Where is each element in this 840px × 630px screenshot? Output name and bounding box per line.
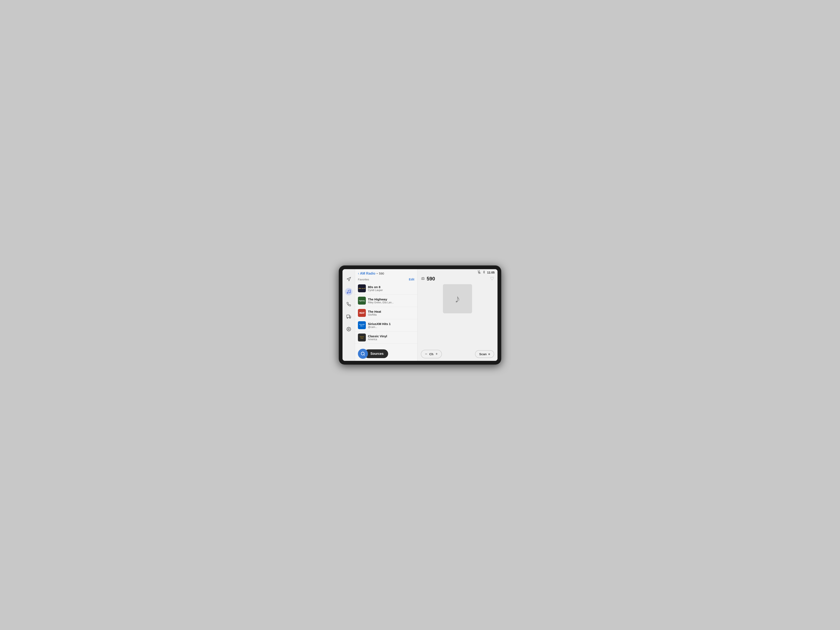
- breadcrumb-separator: •: [377, 272, 378, 275]
- station-logo-highway: highway: [358, 297, 366, 305]
- sidebar-music-icon[interactable]: [345, 288, 352, 295]
- station-artist-heat: GloRilla: [368, 313, 414, 316]
- svg-point-8: [361, 352, 365, 355]
- station-item-classic[interactable]: ClassicVinyl Classic Vinyl America: [355, 332, 417, 344]
- sidebar-navigate-icon[interactable]: [345, 275, 352, 283]
- favorites-label: Favorites: [358, 278, 369, 281]
- sidebar-car-icon[interactable]: [345, 313, 352, 321]
- scan-label: Scan: [479, 352, 487, 356]
- svg-line-9: [364, 355, 365, 355]
- station-name-heat: The Heat: [368, 310, 414, 313]
- station-name-classic: Classic Vinyl: [368, 335, 414, 338]
- station-logo-80s: 80s on 8: [358, 284, 366, 292]
- breadcrumb: ‹ AM Radio • 590: [355, 269, 417, 277]
- freq-number: 590: [427, 276, 435, 282]
- svg-marker-3: [347, 277, 351, 281]
- radio-icon: [421, 277, 425, 281]
- breadcrumb-freq: 590: [379, 272, 384, 275]
- station-name-sirius: SiriusXM Hits 1: [368, 322, 414, 325]
- breadcrumb-title[interactable]: AM Radio: [360, 272, 376, 275]
- station-artist-sirius: @cam...: [368, 325, 414, 328]
- favorites-header: Favorites Edit: [355, 277, 417, 282]
- station-info-classic: Classic Vinyl America: [368, 335, 414, 341]
- station-info-heat: The Heat GloRilla: [368, 310, 414, 316]
- station-name-highway: The Highway: [368, 297, 414, 301]
- bluetooth-icon: [483, 270, 485, 275]
- edit-button[interactable]: Edit: [409, 278, 414, 281]
- station-artist-80s: Cyndi Lauper: [368, 289, 414, 292]
- now-playing-header: 590 ♡: [421, 276, 494, 282]
- station-info-highway: The Highway Riley Green, Ella Lan...: [368, 297, 414, 304]
- station-info-80s: 80s on 8 Cyndi Lauper: [368, 285, 414, 292]
- channel-control[interactable]: − Ch +: [421, 350, 442, 358]
- channel-minus-button[interactable]: −: [424, 352, 428, 356]
- station-logo-classic: ClassicVinyl: [358, 333, 366, 341]
- svg-rect-10: [422, 278, 424, 279]
- status-time: 11:05: [487, 271, 494, 274]
- back-button[interactable]: ‹: [358, 271, 359, 276]
- station-item-80s-on-8[interactable]: 80s on 8 80s on 8 Cyndi Lauper: [355, 282, 417, 295]
- station-info-sirius: SiriusXM Hits 1 @cam...: [368, 322, 414, 328]
- mute-icon: [477, 270, 481, 275]
- bottom-bar: Sources: [358, 349, 388, 359]
- search-button[interactable]: [358, 349, 368, 359]
- scan-dot-icon: [488, 353, 490, 355]
- scan-button[interactable]: Scan: [475, 350, 494, 358]
- station-logo-heat: HEAT: [358, 309, 366, 317]
- ch-label: Ch: [429, 352, 434, 356]
- station-item-highway[interactable]: highway The Highway Riley Green, Ella La…: [355, 295, 417, 307]
- music-note-icon: ♪: [455, 292, 460, 305]
- main-area: ‹ AM Radio • 590 Favorites Edit 80s on 8: [343, 269, 497, 361]
- sidebar-phone-icon[interactable]: [345, 300, 352, 308]
- station-logo-sirius: SiriusXMHits 1: [358, 321, 366, 329]
- svg-point-6: [349, 317, 351, 319]
- station-artist-classic: America: [368, 338, 414, 341]
- station-item-sirius[interactable]: SiriusXMHits 1 SiriusXM Hits 1 @cam...: [355, 319, 417, 332]
- svg-point-5: [347, 317, 348, 319]
- svg-rect-4: [346, 315, 349, 317]
- station-name-80s: 80s on 8: [368, 285, 414, 289]
- svg-point-7: [348, 328, 349, 330]
- svg-point-11: [423, 278, 423, 279]
- now-playing-panel: 590 ♡ ♪ − Ch + Scan: [417, 269, 497, 361]
- screen: 11:05: [343, 269, 497, 361]
- album-art: ♪: [443, 284, 472, 313]
- station-freq-display: 590: [421, 276, 435, 282]
- favorites-panel: ‹ AM Radio • 590 Favorites Edit 80s on 8: [355, 269, 417, 361]
- favorite-heart-button[interactable]: ♡: [490, 276, 494, 281]
- station-item-heat[interactable]: HEAT The Heat GloRilla: [355, 307, 417, 319]
- sidebar: [343, 269, 355, 361]
- channel-plus-button[interactable]: +: [435, 352, 439, 356]
- sidebar-settings-icon[interactable]: [345, 325, 352, 333]
- status-bar: 11:05: [475, 269, 497, 276]
- station-artist-highway: Riley Green, Ella Lan...: [368, 301, 414, 304]
- controls-row: − Ch + Scan: [421, 350, 494, 358]
- car-bezel: 11:05: [339, 265, 501, 365]
